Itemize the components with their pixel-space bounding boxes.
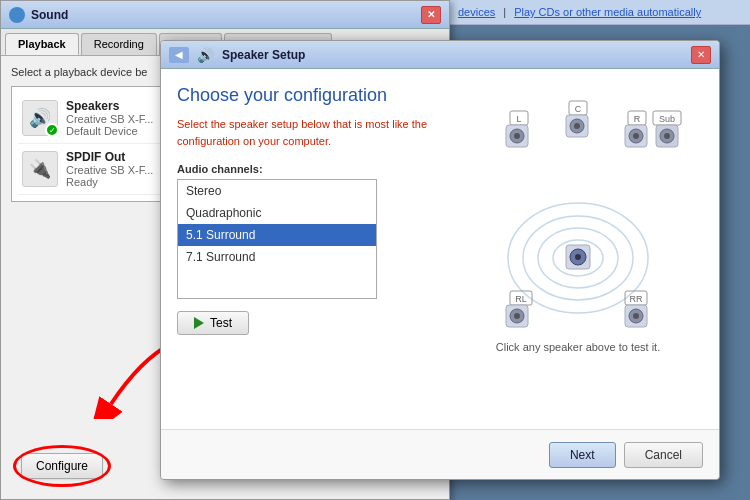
nav-devices-link[interactable]: devices	[458, 6, 495, 18]
svg-point-15	[514, 133, 520, 139]
svg-point-21	[633, 133, 639, 139]
play-icon	[194, 317, 204, 329]
spdif-sub2: Ready	[66, 176, 153, 188]
tab-playback[interactable]: Playback	[5, 33, 79, 55]
dialog-back-icon[interactable]: ◀	[169, 47, 189, 63]
tab-recording[interactable]: Recording	[81, 33, 157, 55]
dialog-heading: Choose your configuration	[177, 85, 437, 106]
dialog-footer: Next Cancel	[161, 429, 719, 479]
sound-window-title: Sound	[31, 8, 68, 22]
configure-button[interactable]: Configure	[21, 453, 103, 479]
dialog-close-button[interactable]: ✕	[691, 46, 711, 64]
dialog-speaker-icon: 🔊	[197, 47, 214, 63]
description-text1: Select the speaker setup below that is m…	[177, 118, 427, 130]
channel-item-stereo[interactable]: Stereo	[178, 180, 376, 202]
configure-wrapper: Configure	[21, 453, 103, 479]
description-highlight: your computer	[258, 135, 328, 147]
speakers-name: Speakers	[66, 99, 153, 113]
top-nav-bar: devices | Play CDs or other media automa…	[450, 0, 750, 25]
spdif-icon: 🔌	[22, 151, 58, 187]
speaker-setup-dialog: ◀ 🔊 Speaker Setup ✕ Choose your configur…	[160, 40, 720, 480]
spdif-info: SPDIF Out Creative SB X-F... Ready	[66, 150, 153, 188]
dialog-left-panel: Choose your configuration Select the spe…	[177, 85, 437, 413]
speaker-diagram: Sub L C R	[468, 93, 688, 333]
speakers-info: Speakers Creative SB X-F... Default Devi…	[66, 99, 153, 137]
test-button[interactable]: Test	[177, 311, 249, 335]
next-button[interactable]: Next	[549, 442, 616, 468]
nav-play-cds-link[interactable]: Play CDs or other media automatically	[514, 6, 701, 18]
svg-text:RR: RR	[630, 294, 643, 304]
speakers-icon: 🔊 ✓	[22, 100, 58, 136]
description-text3: .	[328, 135, 331, 147]
sound-title-bar: Sound ✕	[1, 1, 449, 29]
spdif-name: SPDIF Out	[66, 150, 153, 164]
speakers-sub2: Default Device	[66, 125, 153, 137]
dialog-title-bar: ◀ 🔊 Speaker Setup ✕	[161, 41, 719, 69]
svg-point-27	[575, 254, 581, 260]
svg-text:L: L	[516, 114, 521, 124]
sound-window-close[interactable]: ✕	[421, 6, 441, 24]
dialog-right-panel: Sub L C R	[453, 85, 703, 413]
channel-item-quadraphonic[interactable]: Quadraphonic	[178, 202, 376, 224]
audio-channels-label: Audio channels:	[177, 163, 437, 175]
svg-text:C: C	[575, 104, 582, 114]
description-text2: configuration on	[177, 135, 258, 147]
channel-listbox[interactable]: Stereo Quadraphonic 5.1 Surround 7.1 Sur…	[177, 179, 377, 299]
channel-item-71surround[interactable]: 7.1 Surround	[178, 246, 376, 268]
svg-point-24	[664, 133, 670, 139]
sound-bottom: Configure	[21, 453, 103, 479]
svg-text:Sub: Sub	[659, 114, 675, 124]
test-label: Test	[210, 316, 232, 330]
default-check-badge: ✓	[45, 123, 59, 137]
dialog-body: Choose your configuration Select the spe…	[161, 69, 719, 429]
svg-point-18	[574, 123, 580, 129]
svg-text:RL: RL	[515, 294, 527, 304]
cancel-button[interactable]: Cancel	[624, 442, 703, 468]
svg-point-37	[633, 313, 639, 319]
spdif-sub1: Creative SB X-F...	[66, 164, 153, 176]
svg-point-34	[514, 313, 520, 319]
speakers-sub1: Creative SB X-F...	[66, 113, 153, 125]
channel-item-51surround[interactable]: 5.1 Surround	[178, 224, 376, 246]
sound-window-icon	[9, 7, 25, 23]
dialog-title-text: Speaker Setup	[222, 48, 305, 62]
speaker-diagram-svg: Sub L C R	[468, 93, 688, 343]
svg-text:R: R	[634, 114, 641, 124]
dialog-description: Select the speaker setup below that is m…	[177, 116, 437, 149]
